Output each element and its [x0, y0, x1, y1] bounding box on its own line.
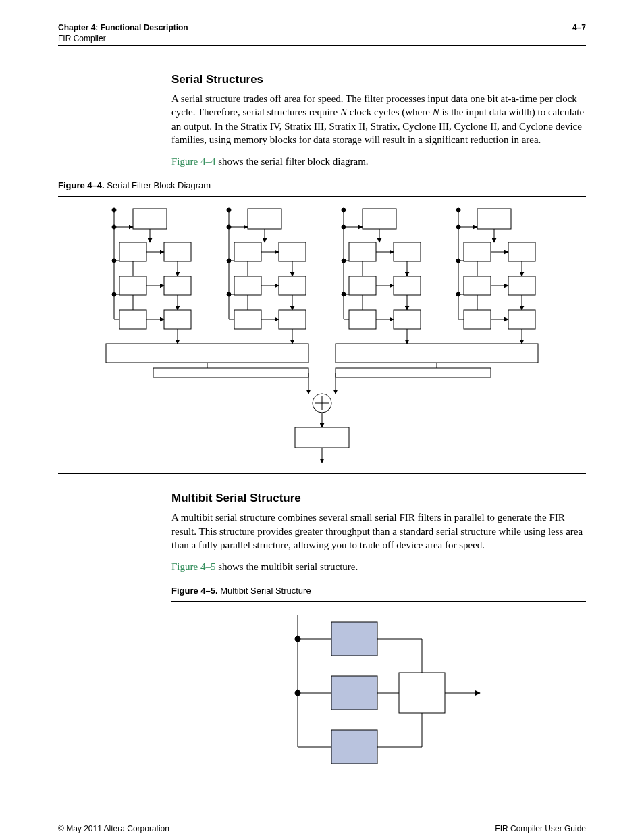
page-header: Chapter 4: Functional Description FIR Co…: [58, 23, 586, 46]
figure-4-4-caption: Figure 4–4. Serial Filter Block Diagram: [58, 180, 586, 190]
svg-rect-46: [279, 310, 306, 329]
svg-rect-34: [279, 242, 306, 261]
svg-point-26: [227, 208, 231, 212]
svg-rect-71: [394, 310, 421, 329]
svg-rect-39: [234, 276, 261, 295]
figure-4-4-link[interactable]: Figure 4–4: [171, 156, 215, 167]
svg-rect-116: [331, 730, 377, 764]
svg-rect-112: [295, 427, 349, 448]
header-left: Chapter 4: Functional Description FIR Co…: [58, 23, 188, 44]
section2-paragraph-1: A multibit serial structure combines sev…: [171, 511, 586, 552]
svg-rect-14: [119, 276, 146, 295]
svg-rect-64: [349, 276, 376, 295]
svg-rect-55: [363, 209, 396, 229]
svg-rect-100: [106, 344, 308, 363]
page-footer: © May 2011 Altera Corporation FIR Compil…: [58, 824, 586, 833]
section2-ref-sentence: Figure 4–5 shows the multibit serial str…: [171, 560, 586, 573]
section-heading-multibit: Multibit Serial Structure: [171, 492, 586, 505]
svg-rect-95: [464, 310, 491, 329]
chapter-label: Chapter 4:: [58, 23, 98, 32]
svg-rect-15: [164, 276, 191, 295]
svg-rect-80: [477, 209, 511, 229]
svg-rect-102: [153, 368, 308, 377]
serial-filter-block-diagram: [86, 203, 558, 467]
svg-rect-70: [349, 310, 376, 329]
svg-rect-20: [119, 310, 146, 329]
svg-rect-45: [234, 310, 261, 329]
header-subline: FIR Compiler: [58, 34, 188, 45]
svg-rect-9: [164, 242, 191, 261]
svg-rect-84: [508, 242, 535, 261]
page-number: 4–7: [572, 23, 586, 32]
footer-right: FIR Compiler User Guide: [495, 824, 586, 833]
figure-4-4: [58, 196, 586, 474]
svg-rect-103: [336, 368, 491, 377]
svg-rect-101: [336, 344, 538, 363]
svg-rect-59: [394, 242, 421, 261]
svg-point-76: [456, 208, 460, 212]
svg-point-1: [112, 208, 116, 212]
svg-rect-114: [331, 622, 377, 656]
svg-rect-8: [119, 242, 146, 261]
figure-4-5-caption: Figure 4–5. Multibit Serial Structure: [171, 585, 586, 596]
figure-4-5-link[interactable]: Figure 4–5: [171, 561, 215, 572]
svg-rect-83: [464, 242, 491, 261]
svg-rect-5: [133, 209, 167, 229]
section1-ref-sentence: Figure 4–4 shows the serial filter block…: [171, 155, 586, 168]
svg-rect-40: [279, 276, 306, 295]
section-heading-serial-structures: Serial Structures: [171, 73, 586, 86]
svg-rect-65: [394, 276, 421, 295]
svg-rect-115: [331, 676, 377, 710]
svg-rect-21: [164, 310, 191, 329]
svg-rect-33: [234, 242, 261, 261]
chapter-title: Functional Description: [101, 23, 188, 32]
footer-left: © May 2011 Altera Corporation: [58, 824, 169, 833]
svg-rect-90: [508, 276, 535, 295]
multibit-serial-structure-diagram: [257, 608, 500, 784]
svg-rect-30: [248, 209, 281, 229]
svg-rect-89: [464, 276, 491, 295]
section1-paragraph-1: A serial structure trades off area for s…: [171, 92, 586, 147]
svg-point-51: [342, 208, 346, 212]
svg-rect-117: [399, 673, 445, 713]
svg-rect-96: [508, 310, 535, 329]
svg-rect-58: [349, 242, 376, 261]
figure-4-5: [171, 601, 586, 791]
